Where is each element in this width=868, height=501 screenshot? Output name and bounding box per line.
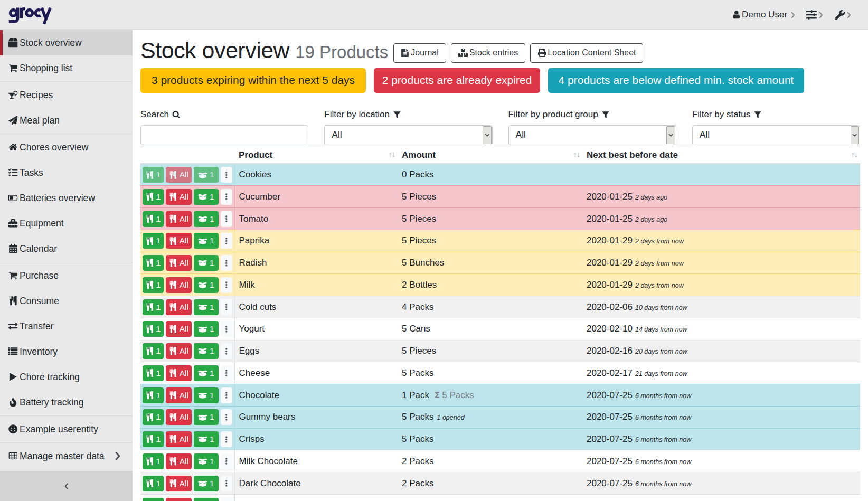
- consume-one-button[interactable]: 1: [143, 365, 164, 381]
- row-menu-button[interactable]: [221, 167, 232, 183]
- grocy-logo[interactable]: grocy: [1, 0, 54, 32]
- consume-one-button[interactable]: 1: [143, 233, 164, 249]
- row-menu-button[interactable]: [221, 343, 232, 359]
- consume-all-button[interactable]: All: [166, 431, 192, 447]
- consume-one-button[interactable]: 1: [143, 498, 164, 501]
- consume-all-button[interactable]: All: [166, 387, 192, 403]
- consume-one-button[interactable]: 1: [143, 409, 164, 425]
- consume-one-button[interactable]: 1: [143, 387, 164, 403]
- search-input[interactable]: [140, 125, 308, 145]
- consume-one-button[interactable]: 1: [143, 431, 164, 447]
- open-one-button[interactable]: 1: [194, 255, 219, 271]
- sort-icon[interactable]: ↑↓: [388, 152, 394, 159]
- open-one-button[interactable]: 1: [194, 498, 219, 501]
- sidebar-item-inventory[interactable]: Inventory: [0, 339, 133, 364]
- journal-button[interactable]: Journal: [393, 43, 446, 63]
- sidebar-item-chore-tracking[interactable]: Chore tracking: [0, 364, 133, 390]
- stock-entries-button[interactable]: Stock entries: [451, 43, 525, 63]
- sidebar-item-calendar[interactable]: Calendar: [0, 236, 133, 261]
- sidebar-item-recipes[interactable]: Recipes: [0, 82, 133, 108]
- sidebar-item-manage-master-data[interactable]: Manage master data: [0, 443, 133, 469]
- alert-warning[interactable]: 3 products expiring within the next 5 da…: [140, 68, 366, 93]
- open-one-button[interactable]: 1: [194, 189, 219, 205]
- row-menu-button[interactable]: [221, 321, 232, 337]
- consume-all-button[interactable]: All: [166, 409, 192, 425]
- open-one-button[interactable]: 1: [194, 431, 219, 447]
- row-menu-button[interactable]: [221, 365, 232, 381]
- row-menu-button[interactable]: [221, 255, 232, 271]
- consume-all-button[interactable]: All: [166, 453, 192, 469]
- open-one-button[interactable]: 1: [194, 299, 219, 315]
- consume-all-button[interactable]: All: [166, 211, 192, 227]
- sidebar-item-equipment[interactable]: Equipment: [0, 211, 133, 236]
- row-menu-button[interactable]: [221, 431, 232, 447]
- consume-one-button[interactable]: 1: [143, 476, 164, 491]
- open-one-button[interactable]: 1: [194, 277, 219, 293]
- consume-all-button[interactable]: All: [166, 476, 192, 491]
- consume-one-button[interactable]: 1: [143, 189, 164, 205]
- row-menu-button[interactable]: [221, 387, 232, 403]
- row-menu-button[interactable]: [221, 409, 232, 425]
- open-one-button[interactable]: 1: [194, 233, 219, 249]
- sidebar-item-shopping-list[interactable]: Shopping list: [0, 55, 133, 81]
- sidebar-item-transfer[interactable]: Transfer: [0, 314, 133, 339]
- sort-icon[interactable]: ↑↓: [851, 152, 857, 159]
- consume-one-button[interactable]: 1: [143, 211, 164, 227]
- column-next-best-before-date[interactable]: Next best before date↑↓: [582, 147, 860, 164]
- settings-menu[interactable]: [806, 10, 823, 20]
- consume-one-button[interactable]: 1: [143, 343, 164, 359]
- sidebar-item-example-userentity[interactable]: Example userentity: [0, 417, 133, 442]
- consume-one-button[interactable]: 1: [143, 453, 164, 469]
- alert-info[interactable]: 4 products are below defined min. stock …: [548, 68, 804, 93]
- column-amount[interactable]: Amount↑↓: [398, 147, 582, 164]
- open-one-button[interactable]: 1: [194, 365, 219, 381]
- open-one-button[interactable]: 1: [194, 343, 219, 359]
- sidebar-collapse-button[interactable]: [0, 471, 133, 501]
- row-menu-button[interactable]: [221, 498, 232, 501]
- row-menu-button[interactable]: [221, 476, 232, 491]
- consume-all-button[interactable]: All: [166, 321, 192, 337]
- sidebar-item-meal-plan[interactable]: Meal plan: [0, 108, 133, 133]
- open-one-button[interactable]: 1: [194, 167, 219, 183]
- product-group-filter-select[interactable]: All: [508, 125, 676, 145]
- open-one-button[interactable]: 1: [194, 409, 219, 425]
- consume-all-button[interactable]: All: [166, 299, 192, 315]
- admin-menu[interactable]: [835, 10, 851, 20]
- consume-one-button[interactable]: 1: [143, 255, 164, 271]
- alert-danger[interactable]: 2 products are already expired: [374, 68, 540, 93]
- consume-all-button[interactable]: All: [166, 277, 192, 293]
- consume-all-button[interactable]: All: [166, 343, 192, 359]
- consume-one-button[interactable]: 1: [143, 321, 164, 337]
- consume-all-button[interactable]: All: [166, 365, 192, 381]
- consume-all-button[interactable]: All: [166, 189, 192, 205]
- sidebar-item-chores-overview[interactable]: Chores overview: [0, 135, 133, 160]
- location-content-sheet-button[interactable]: Location Content Sheet: [530, 43, 643, 63]
- open-one-button[interactable]: 1: [194, 476, 219, 491]
- consume-all-button[interactable]: All: [166, 498, 192, 501]
- consume-all-button[interactable]: All: [166, 233, 192, 249]
- consume-all-button[interactable]: All: [166, 255, 192, 271]
- row-menu-button[interactable]: [221, 277, 232, 293]
- sidebar-item-batteries-overview[interactable]: Batteries overview: [0, 185, 133, 211]
- consume-one-button[interactable]: 1: [143, 167, 164, 183]
- row-menu-button[interactable]: [221, 233, 232, 249]
- open-one-button[interactable]: 1: [194, 211, 219, 227]
- consume-all-button[interactable]: All: [166, 167, 192, 183]
- user-menu[interactable]: Demo User: [732, 10, 795, 20]
- open-one-button[interactable]: 1: [194, 321, 219, 337]
- open-one-button[interactable]: 1: [194, 453, 219, 469]
- row-menu-button[interactable]: [221, 453, 232, 469]
- row-menu-button[interactable]: [221, 211, 232, 227]
- column-product[interactable]: Product↑↓: [234, 147, 398, 164]
- sort-icon[interactable]: ↑↓: [573, 152, 579, 159]
- sidebar-item-purchase[interactable]: Purchase: [0, 263, 133, 288]
- location-filter-select[interactable]: All: [324, 125, 492, 145]
- sidebar-item-stock-overview[interactable]: Stock overview: [0, 30, 133, 55]
- consume-one-button[interactable]: 1: [143, 299, 164, 315]
- open-one-button[interactable]: 1: [194, 387, 219, 403]
- row-menu-button[interactable]: [221, 189, 232, 205]
- sidebar-item-tasks[interactable]: Tasks: [0, 160, 133, 185]
- row-menu-button[interactable]: [221, 299, 232, 315]
- sidebar-item-battery-tracking[interactable]: Battery tracking: [0, 390, 133, 415]
- status-filter-select[interactable]: All: [692, 125, 860, 145]
